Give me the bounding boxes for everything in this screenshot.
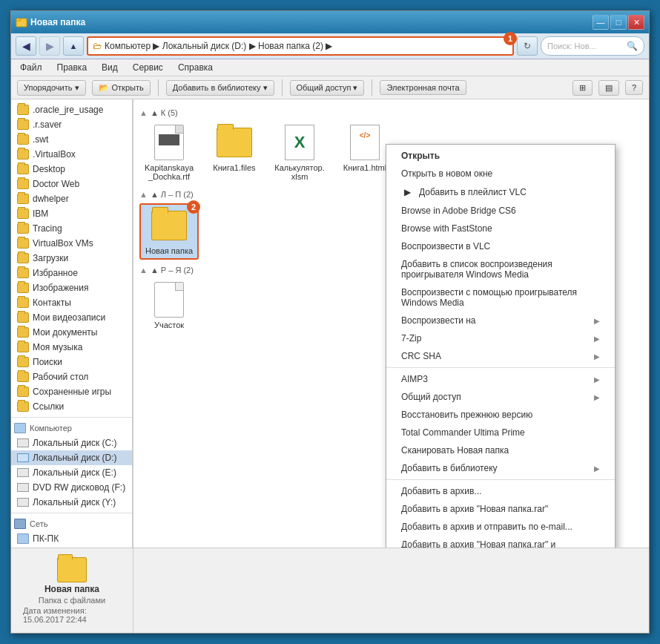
help-button[interactable]: ? (625, 80, 643, 95)
folder-icon (17, 208, 29, 219)
file-uchastok[interactable]: Участок (139, 279, 199, 332)
sidebar-item-desktop[interactable]: Desktop (11, 162, 132, 177)
ctx-7zip[interactable]: 7-Zip ▶ (386, 329, 615, 347)
sidebar-drive-e[interactable]: Локальный диск (E:) (11, 465, 132, 480)
view-options-button[interactable]: ⊞ (572, 80, 593, 96)
sidebar-item-searches[interactable]: Поиски (11, 355, 132, 369)
menu-tools[interactable]: Сервис (130, 61, 166, 74)
ctx-crcsha[interactable]: CRC SHA ▶ (386, 347, 615, 365)
maximize-button[interactable]: □ (610, 15, 627, 30)
pc-icon (17, 533, 29, 544)
sidebar-item-virtualbox[interactable]: .VirtualBox (11, 147, 132, 162)
ctx-vlc-playlist[interactable]: ▶ Добавить в плейлист VLC (386, 183, 615, 202)
drive-icon (17, 498, 29, 507)
folder-icon (17, 134, 29, 145)
ctx-share[interactable]: Общий доступ ▶ (386, 388, 615, 406)
folder-icon (17, 223, 29, 234)
file-novaya-papka[interactable]: Новая папка 2 (139, 203, 199, 260)
folder-icon (17, 312, 29, 323)
ctx-scan[interactable]: Сканировать Новая папка (386, 441, 615, 459)
sidebar-network-header[interactable]: Сеть (11, 516, 132, 531)
ctx-faststone[interactable]: Browse with FastStone (386, 220, 615, 237)
ctx-open-new-window[interactable]: Открыть в новом окне (386, 165, 615, 183)
add-to-library-button[interactable]: Добавить в библиотеку ▾ (166, 80, 274, 96)
folder-icon (17, 164, 29, 174)
dvd-icon (17, 483, 29, 492)
sidebar-network-pc[interactable]: ПК-ПК (11, 531, 132, 546)
sidebar-drive-c[interactable]: Локальный диск (C:) (11, 436, 132, 450)
back-button[interactable]: ◀ (16, 36, 36, 56)
sidebar-item-music[interactable]: Моя музыка (11, 340, 132, 355)
sidebar-item-desktop2[interactable]: Рабочий стол (11, 369, 132, 384)
ctx-play-on[interactable]: Воспроизвести на ▶ (386, 312, 615, 329)
sidebar-divider-1 (11, 417, 132, 418)
computer-icon (14, 423, 26, 433)
ctx-wm-play[interactable]: Воспроизвести с помощью проигрывателя Wi… (386, 283, 615, 312)
sidebar-item-dwhelper[interactable]: dwhelper (11, 191, 132, 206)
menu-edit[interactable]: Правка (54, 61, 90, 74)
menu-help[interactable]: Справка (175, 61, 216, 74)
ctx-adobe-bridge[interactable]: Browse in Adobe Bridge CS6 (386, 202, 615, 220)
sidebar-item-videos[interactable]: Мои видеозаписи (11, 310, 132, 325)
sidebar-item-ibm[interactable]: IBM (11, 206, 132, 221)
ctx-add-archive-rar[interactable]: Добавить в архив "Новая папка.rar" (386, 500, 615, 518)
sidebar-item-links[interactable]: Ссылки (11, 399, 132, 414)
open-icon: 📂 (99, 83, 109, 93)
sidebar-divider-2 (11, 513, 132, 513)
menu-file[interactable]: Файл (17, 61, 45, 74)
open-button[interactable]: 📂 Открыть (92, 80, 151, 96)
ctx-aimp3[interactable]: AIMP3 ▶ (386, 370, 615, 388)
folder-icon (17, 105, 29, 115)
ctx-total-commander[interactable]: Total Commander Ultima Prime (386, 424, 615, 441)
refresh-button[interactable]: ↻ (517, 36, 538, 56)
ctx-wm-playlist[interactable]: Добавить в список воспроизведения проигр… (386, 255, 615, 283)
sidebar-item-vboxvms[interactable]: VirtualBox VMs (11, 236, 132, 251)
file-calculator[interactable]: X Калькулятор.xlsm (270, 122, 329, 184)
ctx-restore-version[interactable]: Восстановить прежнюю версию (386, 406, 615, 424)
share-button[interactable]: Общий доступ ▾ (290, 80, 365, 96)
ctx-open[interactable]: Открыть (386, 147, 615, 165)
sidebar-item-images[interactable]: Изображения (11, 280, 132, 295)
folder-icon (17, 238, 29, 249)
sidebar-item-mydocs[interactable]: Мои документы (11, 325, 132, 340)
sidebar-item-swt[interactable]: .swt (11, 132, 132, 147)
sidebar-item-contacts[interactable]: Контакты (11, 295, 132, 310)
sidebar-item-doctorweb[interactable]: Doctor Web (11, 177, 132, 191)
ctx-vlc-play[interactable]: Воспроизвести в VLC (386, 237, 615, 255)
sidebar-item-tracing[interactable]: Tracing (11, 221, 132, 236)
folder-icon (17, 149, 29, 160)
sidebar-computer-header[interactable]: Компьютер (11, 421, 132, 436)
email-button[interactable]: Электронная почта (380, 80, 466, 95)
explorer-window: Новая папка — □ ✕ ◀ ▶ ▲ 🗁 Компьютер ▶ Ло… (10, 10, 650, 634)
ctx-add-archive[interactable]: Добавить в архив... (386, 482, 615, 500)
sidebar-item-downloads[interactable]: Загрузки (11, 251, 132, 266)
status-folder-date: Дата изменения: 15.06.2017 22:44 (23, 606, 121, 624)
ctx-add-archive-email[interactable]: Добавить в архив и отправить по e-mail..… (386, 518, 615, 536)
file-kniga1files[interactable]: Книга1.files (205, 122, 264, 184)
menu-view[interactable]: Вид (99, 61, 121, 74)
folder-icon-selected (151, 208, 187, 243)
ctx-add-archive-rar-email[interactable]: Добавить в архив "Новая папка.rar" и отп… (386, 536, 615, 548)
sidebar-item-rsaver[interactable]: .r.saver (11, 117, 132, 132)
file-kapitanskaya[interactable]: Kapitanskaya_Dochka.rtf (139, 122, 199, 184)
sidebar-item-favorites[interactable]: Избранное (11, 266, 132, 280)
sidebar-drive-d[interactable]: Локальный диск (D:) (11, 450, 132, 465)
ctx-add-to-library[interactable]: Добавить в библиотеку ▶ (386, 459, 615, 477)
sidebar-item-savedgames[interactable]: Сохраненные игры (11, 384, 132, 399)
sidebar-item-oracle[interactable]: .oracle_jre_usage (11, 102, 132, 117)
up-button[interactable]: ▲ (63, 36, 84, 56)
organize-button[interactable]: Упорядочить ▾ (17, 80, 86, 96)
address-box[interactable]: 🗁 Компьютер ▶ Локальный диск (D:) ▶ Нова… (87, 36, 514, 56)
drive-selected-icon (17, 453, 29, 462)
minimize-button[interactable]: — (593, 15, 609, 30)
svg-rect-1 (16, 19, 21, 21)
sidebar-drive-f[interactable]: DVD RW дисковод (F:) (11, 480, 132, 495)
folder-icon (17, 194, 29, 204)
search-box[interactable]: Поиск: Нов... 🔍 (541, 36, 644, 56)
file-name-kniga1html: Книга1.html (343, 163, 386, 172)
preview-button[interactable]: ▤ (598, 80, 619, 96)
status-folder-name: Новая папка (44, 584, 99, 594)
forward-button[interactable]: ▶ (39, 36, 60, 56)
close-button[interactable]: ✕ (628, 15, 644, 30)
sidebar-drive-y[interactable]: Локальный диск (Y:) (11, 495, 132, 510)
